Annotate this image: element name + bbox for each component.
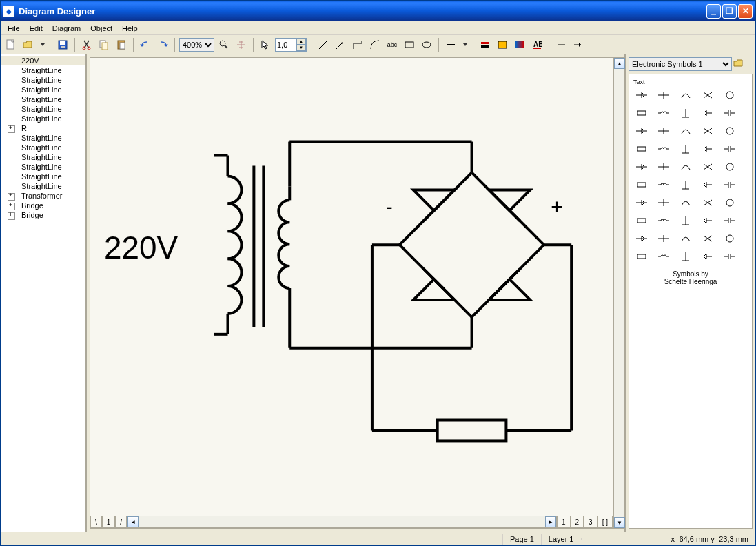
palette-symbol[interactable] <box>699 232 716 245</box>
vscroll-track[interactable] <box>614 69 624 517</box>
text-tool[interactable]: abc <box>385 37 400 52</box>
line-color-button[interactable] <box>478 37 493 52</box>
arrow-tool[interactable] <box>333 37 348 52</box>
vscrollbar[interactable]: ▲ ▼ <box>613 57 624 529</box>
paste-button[interactable] <box>114 37 129 52</box>
palette-symbol[interactable] <box>655 250 672 263</box>
line-dropdown-icon[interactable] <box>460 37 476 52</box>
palette-symbol[interactable] <box>677 142 694 156</box>
page-tab-fwd[interactable]: / <box>115 516 127 528</box>
tree-item[interactable]: StraightLine <box>1 181 85 191</box>
layer-tab-3[interactable]: 3 <box>584 516 597 528</box>
palette-symbol[interactable] <box>722 214 738 228</box>
fill-color-button[interactable] <box>495 37 510 52</box>
palette-symbol[interactable] <box>633 88 650 102</box>
new-button[interactable] <box>3 37 19 52</box>
palette-symbol[interactable] <box>677 160 694 174</box>
close-button[interactable]: ✕ <box>738 4 753 19</box>
save-button[interactable] <box>55 37 70 52</box>
palette-symbol[interactable] <box>655 142 672 156</box>
tree-item[interactable]: Bridge <box>1 210 85 220</box>
arrow-end-button[interactable] <box>571 37 586 52</box>
palette-symbol[interactable] <box>699 250 716 263</box>
zoom-select[interactable]: 400% <box>179 38 214 52</box>
ellipse-tool[interactable] <box>419 37 434 52</box>
menu-help[interactable]: Help <box>118 23 142 34</box>
linewidth-input[interactable] <box>276 41 296 49</box>
palette-symbol[interactable] <box>722 178 738 192</box>
palette-symbol[interactable] <box>699 124 716 138</box>
tree-item[interactable]: StraightLine <box>1 65 85 75</box>
palette-symbol[interactable] <box>722 160 738 174</box>
scroll-up-icon[interactable]: ▲ <box>614 58 625 69</box>
page-tab-1[interactable]: 1 <box>102 516 116 528</box>
palette-symbol[interactable] <box>722 124 738 138</box>
menu-file[interactable]: File <box>3 23 24 34</box>
tree-item[interactable]: StraightLine <box>1 133 85 143</box>
hscrollbar[interactable]: ◄ ► <box>127 516 557 528</box>
palette-symbol[interactable] <box>633 160 650 174</box>
palette-symbol[interactable] <box>633 232 650 245</box>
tree-item[interactable]: StraightLine <box>1 172 85 181</box>
palette-symbol[interactable] <box>655 106 672 120</box>
palette-symbol[interactable] <box>633 178 650 192</box>
object-tree[interactable]: 220VStraightLineStraightLineStraightLine… <box>1 54 87 532</box>
palette-symbol[interactable] <box>722 196 738 210</box>
rect-tool[interactable] <box>402 37 417 52</box>
tree-item[interactable]: Bridge <box>1 201 85 210</box>
layer-tab-1[interactable]: 1 <box>557 516 571 528</box>
palette-symbol[interactable] <box>655 178 672 192</box>
text-color-button[interactable]: AB <box>529 37 544 52</box>
curve-tool[interactable] <box>367 37 382 52</box>
palette-library-select[interactable]: Electronic Symbols 1 <box>629 57 732 71</box>
palette-symbol[interactable] <box>677 196 694 210</box>
palette-symbol[interactable] <box>722 232 738 245</box>
layer-tab-2[interactable]: 2 <box>571 516 584 528</box>
undo-button[interactable] <box>138 37 153 52</box>
tree-item[interactable]: StraightLine <box>1 75 85 85</box>
palette-browse-button[interactable] <box>733 58 744 70</box>
palette-symbol[interactable] <box>655 160 672 174</box>
pan-button[interactable] <box>234 37 249 52</box>
minimize-button[interactable]: _ <box>706 4 721 19</box>
open-button[interactable] <box>21 37 36 52</box>
pointer-tool[interactable] <box>258 37 273 52</box>
line-style-button[interactable] <box>443 37 458 52</box>
palette-symbol[interactable] <box>677 250 694 263</box>
zoom-button[interactable] <box>216 37 232 52</box>
palette-symbol[interactable] <box>655 124 672 138</box>
tree-item[interactable]: StraightLine <box>1 114 85 123</box>
palette-symbol[interactable] <box>677 106 694 120</box>
palette-symbol[interactable] <box>655 196 672 210</box>
menu-object[interactable]: Object <box>86 23 116 34</box>
scroll-down-icon[interactable]: ▼ <box>614 517 625 528</box>
tree-item[interactable]: StraightLine <box>1 85 85 94</box>
arrow-start-button[interactable] <box>553 37 569 52</box>
palette-symbol[interactable] <box>722 142 738 156</box>
canvas[interactable]: 220V <box>90 57 613 529</box>
connector-tool[interactable] <box>350 37 365 52</box>
scroll-right-icon[interactable]: ► <box>545 516 556 527</box>
maximize-button[interactable]: ❐ <box>722 4 737 19</box>
open-dropdown-icon[interactable] <box>38 37 53 52</box>
layer-tab-new[interactable]: [ ] <box>597 516 613 528</box>
palette-symbol[interactable] <box>699 160 716 174</box>
palette-symbol[interactable] <box>633 142 650 156</box>
hscroll-track[interactable] <box>139 516 545 527</box>
scroll-left-icon[interactable]: ◄ <box>127 516 139 527</box>
redo-button[interactable] <box>155 37 170 52</box>
cut-button[interactable] <box>79 37 94 52</box>
menu-diagram[interactable]: Diagram <box>48 23 85 34</box>
palette-symbol[interactable] <box>699 142 716 156</box>
palette-body[interactable]: Text Symbols by Schelte Heeringa <box>629 74 753 529</box>
palette-text-label[interactable]: Text <box>633 79 748 85</box>
tree-item[interactable]: StraightLine <box>1 143 85 152</box>
page-tab-back[interactable]: \ <box>90 516 102 528</box>
palette-symbol[interactable] <box>677 88 694 102</box>
tree-item[interactable]: StraightLine <box>1 94 85 104</box>
line-tool[interactable] <box>316 37 331 52</box>
palette-symbol[interactable] <box>633 196 650 210</box>
copy-button[interactable] <box>96 37 112 52</box>
palette-symbol[interactable] <box>699 178 716 192</box>
palette-symbol[interactable] <box>655 232 672 245</box>
